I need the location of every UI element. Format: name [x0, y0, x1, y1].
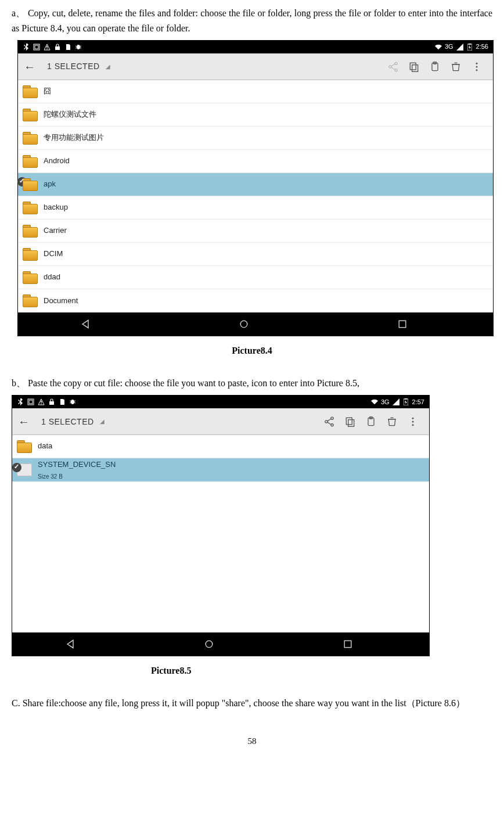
- svg-point-26: [240, 321, 247, 328]
- svg-rect-2: [46, 46, 47, 48]
- file-row[interactable]: data: [12, 435, 429, 458]
- svg-point-33: [71, 400, 74, 404]
- file-name: Carrier: [44, 225, 67, 237]
- file-row[interactable]: SYSTEM_DEVICE_SNSize 32 B: [12, 458, 429, 481]
- file-name: data: [38, 440, 52, 452]
- copy-icon[interactable]: [404, 56, 424, 77]
- folder-icon: [23, 155, 38, 168]
- paste-icon[interactable]: [361, 411, 381, 432]
- svg-rect-1: [35, 45, 38, 49]
- folder-icon: [23, 202, 38, 214]
- delete-icon[interactable]: [445, 56, 466, 77]
- file-row[interactable]: ddad: [18, 266, 493, 289]
- nav-home-icon[interactable]: [203, 638, 238, 650]
- svg-point-23: [476, 62, 478, 64]
- share-icon[interactable]: [319, 411, 340, 432]
- file-list-b: dataSYSTEM_DEVICE_SNSize 32 B: [12, 435, 429, 481]
- copy-icon[interactable]: [340, 411, 361, 432]
- svg-rect-29: [29, 400, 33, 404]
- svg-point-51: [412, 418, 414, 419]
- svg-rect-45: [346, 418, 352, 425]
- status-bar: 3G 2:56: [18, 41, 493, 53]
- file-name: Android: [44, 155, 70, 167]
- file-name: SYSTEM_DEVICE_SN: [38, 459, 116, 471]
- svg-line-36: [70, 402, 71, 403]
- file-row[interactable]: 囧: [18, 80, 493, 103]
- file-row[interactable]: Android: [18, 150, 493, 173]
- svg-rect-31: [41, 404, 41, 404]
- screenshot-b: 3G 2:57 ← 1 SELECTED ◢ dataSYSTEM_DEVICE…: [12, 395, 430, 656]
- folder-icon: [23, 294, 38, 307]
- caption-b: Picture8.5: [12, 663, 492, 678]
- svg-line-44: [327, 422, 332, 425]
- file-row[interactable]: 专用功能测试图片: [18, 127, 493, 150]
- screenshot-a: 3G 2:56 ← 1 SELECTED ◢ 囧陀螺仪测试文件专用功能测试图片A…: [17, 40, 494, 336]
- file-row[interactable]: Carrier: [18, 220, 493, 243]
- warning-icon: [44, 44, 51, 51]
- folder-icon: [23, 225, 38, 238]
- paragraph-b: b、 Paste the copy or cut file: choose th…: [12, 376, 492, 391]
- file-name: apk: [44, 178, 56, 190]
- file-name: DCIM: [44, 248, 63, 260]
- svg-line-8: [75, 48, 77, 48]
- nav-recent-icon[interactable]: [397, 318, 431, 330]
- selection-toolbar: ← 1 SELECTED ◢: [18, 53, 493, 80]
- dropdown-indicator-icon[interactable]: ◢: [106, 62, 110, 71]
- dropdown-indicator-icon[interactable]: ◢: [100, 417, 105, 426]
- svg-point-54: [206, 641, 213, 648]
- nav-recent-icon[interactable]: [342, 638, 377, 650]
- file-row[interactable]: 陀螺仪测试文件: [18, 103, 493, 127]
- screenshot-icon: [27, 398, 34, 405]
- overflow-icon[interactable]: [466, 56, 487, 77]
- svg-rect-32: [49, 401, 54, 405]
- svg-rect-30: [41, 401, 41, 403]
- lock-icon: [54, 44, 61, 51]
- file-row[interactable]: DCIM: [18, 243, 493, 266]
- nav-back-icon[interactable]: [80, 318, 114, 330]
- folder-icon: [23, 248, 38, 261]
- folder-icon: [23, 178, 38, 191]
- signal-icon: [393, 398, 399, 405]
- share-icon[interactable]: [383, 56, 404, 77]
- svg-line-16: [391, 67, 395, 70]
- nav-back-icon[interactable]: [64, 638, 99, 650]
- file-list-a: 囧陀螺仪测试文件专用功能测试图片AndroidapkbackupCarrierD…: [18, 80, 493, 312]
- wifi-icon: [371, 398, 378, 405]
- network-label: 3G: [445, 42, 453, 52]
- lock-icon: [48, 398, 55, 405]
- bug-icon: [75, 44, 82, 51]
- selection-toolbar: ← 1 SELECTED ◢: [12, 408, 429, 435]
- nav-bar: [12, 632, 429, 656]
- back-icon[interactable]: ←: [24, 57, 35, 76]
- svg-line-34: [70, 401, 71, 401]
- folder-icon: [23, 132, 38, 145]
- folder-icon: [17, 440, 32, 453]
- overflow-icon[interactable]: [402, 411, 423, 432]
- clock-label: 2:56: [476, 42, 488, 52]
- bluetooth-icon: [23, 44, 30, 51]
- svg-rect-46: [348, 420, 354, 427]
- svg-point-5: [77, 45, 80, 49]
- svg-rect-3: [46, 49, 47, 49]
- page-number: 58: [12, 734, 492, 748]
- wifi-icon: [435, 44, 442, 51]
- file-name: 专用功能测试图片: [44, 132, 104, 144]
- file-name: backup: [44, 202, 68, 214]
- back-icon[interactable]: ←: [18, 412, 30, 431]
- file-name: Document: [44, 295, 78, 307]
- nav-home-icon[interactable]: [238, 318, 273, 330]
- delete-icon[interactable]: [381, 411, 402, 432]
- svg-point-53: [412, 424, 414, 426]
- svg-line-43: [327, 419, 332, 421]
- folder-icon: [23, 85, 38, 98]
- file-icon: [17, 463, 32, 476]
- empty-space: [12, 481, 429, 632]
- paste-icon[interactable]: [424, 56, 445, 77]
- file-row[interactable]: Document: [18, 289, 493, 312]
- svg-rect-17: [410, 63, 416, 70]
- svg-line-35: [74, 401, 75, 401]
- file-row[interactable]: apk: [18, 173, 493, 196]
- file-name: ddad: [44, 271, 60, 283]
- file-row[interactable]: backup: [18, 196, 493, 220]
- clock-label: 2:57: [412, 397, 424, 408]
